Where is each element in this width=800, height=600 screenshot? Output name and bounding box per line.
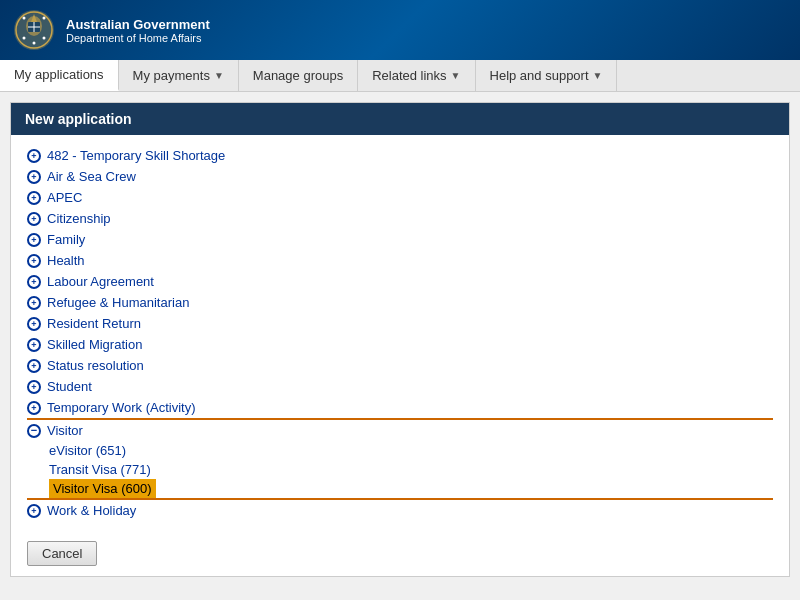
nav-item-manage-groups[interactable]: Manage groups [239, 60, 358, 91]
nav-item-my-payments[interactable]: My payments ▼ [119, 60, 239, 91]
menu-label-student: Student [47, 379, 92, 394]
menu-item-citizenship[interactable]: + Citizenship [27, 208, 773, 229]
coat-of-arms-logo [12, 8, 56, 52]
menu-label-health: Health [47, 253, 85, 268]
svg-point-6 [23, 37, 26, 40]
plus-icon-apec: + [27, 191, 41, 205]
menu-label-labour-agreement: Labour Agreement [47, 274, 154, 289]
menu-label-citizenship: Citizenship [47, 211, 111, 226]
svg-point-7 [43, 37, 46, 40]
nav-item-my-applications[interactable]: My applications [0, 60, 119, 91]
nav-label-my-payments: My payments [133, 68, 210, 83]
plus-icon-citizenship: + [27, 212, 41, 226]
menu-item-health[interactable]: + Health [27, 250, 773, 271]
menu-label-status-resolution: Status resolution [47, 358, 144, 373]
nav-label-help-and-support: Help and support [490, 68, 589, 83]
menu-label-temporary-work: Temporary Work (Activity) [47, 400, 196, 415]
panel-title: New application [25, 111, 132, 127]
plus-icon-family: + [27, 233, 41, 247]
menu-item-apec[interactable]: + APEC [27, 187, 773, 208]
visitor-label: Visitor [47, 423, 83, 438]
nav-item-related-links[interactable]: Related links ▼ [358, 60, 475, 91]
main-panel: New application + 482 - Temporary Skill … [10, 102, 790, 577]
menu-item-resident-return[interactable]: + Resident Return [27, 313, 773, 334]
panel-header: New application [11, 103, 789, 135]
menu-label-skilled-migration: Skilled Migration [47, 337, 142, 352]
dept-title: Department of Home Affairs [66, 32, 210, 44]
svg-point-4 [23, 17, 26, 20]
nav-label-my-applications: My applications [14, 67, 104, 82]
plus-icon-refugee: + [27, 296, 41, 310]
menu-item-air-sea-crew[interactable]: + Air & Sea Crew [27, 166, 773, 187]
minus-icon-visitor: − [27, 424, 41, 438]
nav-label-manage-groups: Manage groups [253, 68, 343, 83]
nav-label-related-links: Related links [372, 68, 446, 83]
plus-icon-resident: + [27, 317, 41, 331]
cancel-button[interactable]: Cancel [27, 541, 97, 566]
menu-label-refugee: Refugee & Humanitarian [47, 295, 189, 310]
chevron-down-icon-help: ▼ [593, 70, 603, 81]
menu-item-482[interactable]: + 482 - Temporary Skill Shortage [27, 145, 773, 166]
sub-item-visitor-visa-600[interactable]: Visitor Visa (600) [49, 479, 156, 498]
panel-body: + 482 - Temporary Skill Shortage + Air &… [11, 135, 789, 531]
menu-item-status-resolution[interactable]: + Status resolution [27, 355, 773, 376]
menu-label-air-sea-crew: Air & Sea Crew [47, 169, 136, 184]
visitor-section: − Visitor eVisitor (651) Transit Visa (7… [27, 418, 773, 500]
menu-label-482: 482 - Temporary Skill Shortage [47, 148, 225, 163]
plus-icon-health: + [27, 254, 41, 268]
menu-label-apec: APEC [47, 190, 82, 205]
plus-icon-labour: + [27, 275, 41, 289]
plus-icon-air-sea: + [27, 170, 41, 184]
sub-item-evisitor[interactable]: eVisitor (651) [49, 441, 773, 460]
menu-item-temporary-work[interactable]: + Temporary Work (Activity) [27, 397, 773, 418]
plus-icon-student: + [27, 380, 41, 394]
menu-item-student[interactable]: + Student [27, 376, 773, 397]
visitor-sub-items: eVisitor (651) Transit Visa (771) Visito… [27, 441, 773, 498]
menu-item-work-holiday[interactable]: + Work & Holiday [27, 500, 773, 521]
main-navigation: My applications My payments ▼ Manage gro… [0, 60, 800, 92]
nav-item-help-and-support[interactable]: Help and support ▼ [476, 60, 618, 91]
svg-point-5 [43, 17, 46, 20]
menu-item-refugee[interactable]: + Refugee & Humanitarian [27, 292, 773, 313]
sub-item-transit-visa[interactable]: Transit Visa (771) [49, 460, 773, 479]
page-header: Australian Government Department of Home… [0, 0, 800, 60]
header-text-block: Australian Government Department of Home… [66, 17, 210, 44]
menu-label-work-holiday: Work & Holiday [47, 503, 136, 518]
cancel-section: Cancel [11, 531, 789, 576]
plus-icon-482: + [27, 149, 41, 163]
plus-icon-temp-work: + [27, 401, 41, 415]
svg-point-8 [33, 42, 36, 45]
plus-icon-status: + [27, 359, 41, 373]
gov-title: Australian Government [66, 17, 210, 32]
menu-label-family: Family [47, 232, 85, 247]
chevron-down-icon-related: ▼ [451, 70, 461, 81]
plus-icon-skilled: + [27, 338, 41, 352]
menu-item-labour-agreement[interactable]: + Labour Agreement [27, 271, 773, 292]
menu-item-skilled-migration[interactable]: + Skilled Migration [27, 334, 773, 355]
menu-item-family[interactable]: + Family [27, 229, 773, 250]
chevron-down-icon: ▼ [214, 70, 224, 81]
visitor-header[interactable]: − Visitor [27, 420, 773, 441]
menu-label-resident-return: Resident Return [47, 316, 141, 331]
plus-icon-work-holiday: + [27, 504, 41, 518]
